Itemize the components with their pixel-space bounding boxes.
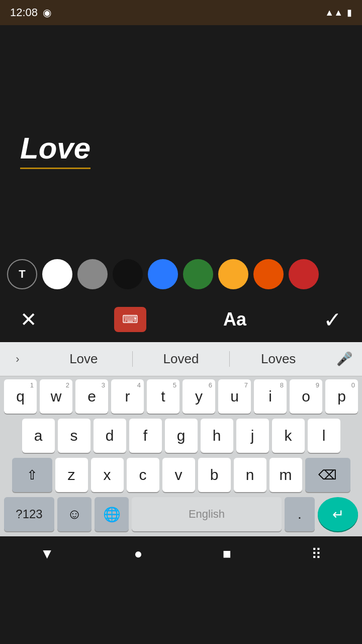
color-yellow[interactable] — [218, 259, 248, 289]
color-green[interactable] — [183, 259, 213, 289]
key-f[interactable]: f — [129, 419, 162, 453]
key-p[interactable]: 0p — [325, 379, 358, 414]
key-k[interactable]: k — [272, 419, 305, 453]
suggestion-2[interactable]: Loved — [133, 351, 230, 367]
key-enter[interactable]: ↵ — [318, 497, 358, 531]
battery-icon: ▮ — [347, 7, 352, 18]
key-j[interactable]: j — [236, 419, 269, 453]
status-time: 12:08 — [10, 6, 38, 19]
suggestion-1[interactable]: Love — [35, 351, 133, 367]
key-backspace[interactable]: ⌫ — [305, 458, 350, 492]
key-row-3: ⇧ z x c v b n m ⌫ — [2, 458, 360, 492]
action-bar: ✕ ⌨ Aa ✓ — [0, 297, 362, 342]
key-r[interactable]: 4r — [111, 379, 144, 414]
canvas-text[interactable]: Love — [20, 131, 90, 169]
key-x[interactable]: x — [91, 458, 124, 492]
key-period[interactable]: . — [285, 497, 315, 531]
backspace-icon: ⌫ — [318, 467, 337, 483]
enter-icon: ↵ — [332, 506, 344, 523]
key-u[interactable]: 7u — [218, 379, 251, 414]
key-row-2: a s d f g h j k l — [2, 419, 360, 453]
nav-bar: ▼ ● ■ ⠿ — [0, 536, 362, 572]
signal-icon: ▲▲ — [325, 8, 343, 18]
status-network-icon: ◉ — [43, 7, 51, 19]
color-white[interactable] — [42, 259, 72, 289]
key-l[interactable]: l — [308, 419, 340, 453]
color-red[interactable] — [289, 259, 319, 289]
key-v[interactable]: v — [162, 458, 195, 492]
key-num-sym[interactable]: ?123 — [4, 497, 54, 531]
key-o[interactable]: 9o — [290, 379, 322, 414]
key-c[interactable]: c — [127, 458, 159, 492]
emoji-icon: ☺ — [67, 506, 82, 522]
key-e[interactable]: 3e — [75, 379, 108, 414]
nav-back-button[interactable]: ▼ — [30, 541, 64, 567]
keyboard-icon: ⌨ — [122, 313, 138, 326]
key-q[interactable]: 1q — [4, 379, 37, 414]
key-h[interactable]: h — [201, 419, 233, 453]
keyboard-area: › Love Loved Loves 🎤 1q 2w 3e 4r 5t 6y 7 — [0, 342, 362, 536]
nav-recent-button[interactable]: ■ — [213, 541, 241, 567]
text-type-button[interactable]: T — [7, 259, 37, 289]
color-gray[interactable] — [77, 259, 108, 289]
keyboard-toggle-button[interactable]: ⌨ — [114, 307, 146, 332]
key-shift[interactable]: ⇧ — [12, 458, 52, 492]
key-t[interactable]: 5t — [147, 379, 179, 414]
font-button[interactable]: Aa — [223, 309, 246, 330]
chevron-right-icon: › — [16, 353, 19, 366]
key-space[interactable]: English — [132, 497, 282, 531]
key-a[interactable]: a — [22, 419, 55, 453]
key-b[interactable]: b — [198, 458, 231, 492]
grid-icon: ⠿ — [311, 546, 322, 562]
back-icon: ▼ — [40, 546, 54, 562]
key-i[interactable]: 8i — [254, 379, 287, 414]
mic-icon: 🎤 — [336, 351, 352, 367]
shift-icon: ⇧ — [27, 467, 38, 483]
close-icon: ✕ — [20, 308, 37, 331]
key-d[interactable]: d — [94, 419, 126, 453]
globe-icon: 🌐 — [103, 506, 121, 523]
key-z[interactable]: z — [55, 458, 88, 492]
recent-icon: ■ — [223, 546, 231, 562]
key-n[interactable]: n — [234, 458, 266, 492]
expand-suggestions-button[interactable]: › — [0, 342, 35, 376]
key-row-1: 1q 2w 3e 4r 5t 6y 7u 8i 9o 0p — [2, 379, 360, 414]
nav-home-button[interactable]: ● — [124, 541, 153, 567]
color-black[interactable] — [113, 259, 143, 289]
check-icon: ✓ — [323, 307, 342, 332]
canvas-area: Love — [0, 25, 362, 252]
key-row-bottom: ?123 ☺ 🌐 English . ↵ — [2, 497, 360, 531]
color-toolbar: T — [0, 252, 362, 297]
status-bar: 12:08 ◉ ▲▲ ▮ — [0, 0, 362, 25]
key-emoji[interactable]: ☺ — [57, 497, 92, 531]
close-button[interactable]: ✕ — [20, 308, 37, 331]
suggestions-row: › Love Loved Loves 🎤 — [0, 342, 362, 376]
suggestion-3[interactable]: Loves — [230, 351, 327, 367]
nav-grid-button[interactable]: ⠿ — [301, 541, 332, 568]
confirm-button[interactable]: ✓ — [323, 307, 342, 333]
mic-button[interactable]: 🎤 — [327, 342, 362, 376]
key-w[interactable]: 2w — [40, 379, 72, 414]
key-m[interactable]: m — [269, 458, 302, 492]
key-s[interactable]: s — [58, 419, 90, 453]
key-g[interactable]: g — [165, 419, 198, 453]
key-globe[interactable]: 🌐 — [95, 497, 129, 531]
color-orange[interactable] — [253, 259, 284, 289]
key-y[interactable]: 6y — [183, 379, 215, 414]
home-icon: ● — [134, 546, 143, 562]
keys-area: 1q 2w 3e 4r 5t 6y 7u 8i 9o 0p a s d f g … — [0, 376, 362, 536]
color-blue[interactable] — [148, 259, 178, 289]
